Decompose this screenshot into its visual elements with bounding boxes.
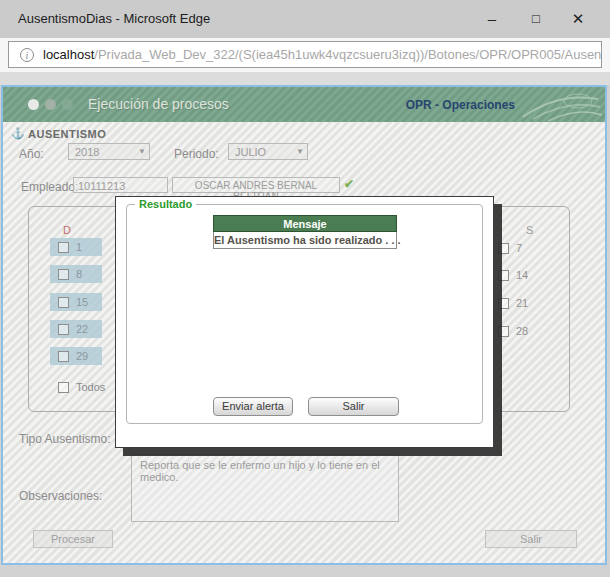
header-dot-icon <box>45 99 56 110</box>
app-header-title: Ejecución de procesos <box>88 96 229 112</box>
message-text: El Ausentismo ha sido realizado . . . <box>213 232 397 249</box>
app-header: Ejecución de procesos OPR - Operaciones <box>3 87 605 122</box>
resultado-legend: Resultado <box>135 198 196 210</box>
url-path: /Privada_Web_Dev_322/(S(iea45h1uwk4vqzcs… <box>94 47 601 62</box>
dialog-salir-button[interactable]: Salir <box>308 397 399 416</box>
close-button[interactable]: ✕ <box>563 8 593 30</box>
todos-label: Todos <box>76 381 105 393</box>
todos-checkbox[interactable] <box>58 382 69 393</box>
employee-name-field: OSCAR ANDRES BERNAL BELTRAN <box>172 177 340 193</box>
decorative-swirl-icon <box>518 87 603 122</box>
day-cell[interactable]: 8 <box>50 265 102 283</box>
day-label: 22 <box>76 323 88 335</box>
day-checkbox[interactable] <box>498 243 509 254</box>
employee-label: Empleado: <box>21 180 78 194</box>
day-label: 28 <box>516 325 528 337</box>
day-checkbox[interactable] <box>498 326 509 337</box>
period-select[interactable]: JULIO ▼ <box>228 143 308 160</box>
year-select[interactable]: 2018 ▼ <box>68 143 150 160</box>
title-bar: AusentismoDias - Microsoft Edge – □ ✕ <box>0 0 610 38</box>
section-title: AUSENTISMO <box>28 128 106 140</box>
procesar-button[interactable]: Procesar <box>33 530 113 548</box>
window-bottom-edge <box>0 565 610 577</box>
url-host: localhost <box>43 47 94 62</box>
day-cell[interactable]: 14 <box>498 269 528 281</box>
chevron-down-icon: ▼ <box>296 147 304 156</box>
day-checkbox[interactable] <box>58 297 69 308</box>
header-dot-icon <box>28 99 39 110</box>
day-cell[interactable]: 29 <box>50 347 102 365</box>
day-checkbox[interactable] <box>58 351 69 362</box>
salir-button[interactable]: Salir <box>485 530 577 548</box>
employee-id-input[interactable]: 10111213 <box>73 177 168 193</box>
message-table: Mensaje El Ausentismo ha sido realizado … <box>213 215 397 249</box>
address-bar-strip: i localhost/Privada_Web_Dev_322/(S(iea45… <box>0 38 610 72</box>
address-bar[interactable]: i localhost/Privada_Web_Dev_322/(S(iea45… <box>8 41 602 68</box>
module-label: OPR - Operaciones <box>406 98 515 112</box>
day-label: 1 <box>76 241 82 253</box>
enviar-alerta-button[interactable]: Enviar alerta <box>213 397 293 416</box>
period-value: JULIO <box>235 146 266 158</box>
employee-valid-check-icon[interactable]: ✔ <box>344 177 354 191</box>
tipo-ausentismo-label: Tipo Ausentismo: <box>19 432 111 446</box>
day-checkbox[interactable] <box>58 242 69 253</box>
todos-row[interactable]: Todos <box>58 381 105 393</box>
message-table-header: Mensaje <box>213 215 397 232</box>
chevron-down-icon: ▼ <box>138 147 146 156</box>
year-label: Año: <box>19 147 44 161</box>
observaciones-textarea[interactable]: Reporta que se le enfermo un hijo y lo t… <box>131 454 399 522</box>
day-label: 21 <box>516 297 528 309</box>
day-cell[interactable]: 21 <box>498 297 528 309</box>
day-label: 14 <box>516 269 528 281</box>
period-label: Periodo: <box>174 147 219 161</box>
toolbar-gap <box>0 72 610 85</box>
saturday-column-header: S <box>526 224 533 236</box>
resultado-dialog: Resultado Mensaje El Ausentismo ha sido … <box>115 196 494 448</box>
day-checkbox[interactable] <box>498 298 509 309</box>
day-cell[interactable]: 7 <box>498 242 522 254</box>
browser-window: AusentismoDias - Microsoft Edge – □ ✕ i … <box>0 0 610 577</box>
day-label: 7 <box>516 242 522 254</box>
day-checkbox[interactable] <box>58 324 69 335</box>
header-dot-icon <box>62 99 73 110</box>
year-value: 2018 <box>75 146 99 158</box>
maximize-button[interactable]: □ <box>521 8 551 30</box>
sunday-column-header: D <box>63 224 71 236</box>
site-info-icon[interactable]: i <box>20 48 34 62</box>
day-label: 15 <box>76 296 88 308</box>
day-cell[interactable]: 1 <box>50 238 102 256</box>
window-title: AusentismoDias - Microsoft Edge <box>18 11 210 26</box>
observaciones-label: Observaciones: <box>19 489 102 503</box>
day-checkbox[interactable] <box>58 269 69 280</box>
section-icon[interactable]: ⚓ <box>11 127 25 140</box>
day-label: 8 <box>76 268 82 280</box>
day-cell[interactable]: 15 <box>50 293 102 311</box>
day-cell[interactable]: 28 <box>498 325 528 337</box>
day-checkbox[interactable] <box>498 270 509 281</box>
day-label: 29 <box>76 350 88 362</box>
minimize-button[interactable]: – <box>477 8 507 30</box>
day-cell[interactable]: 22 <box>50 320 102 338</box>
url-text[interactable]: localhost/Privada_Web_Dev_322/(S(iea45h1… <box>43 47 601 62</box>
